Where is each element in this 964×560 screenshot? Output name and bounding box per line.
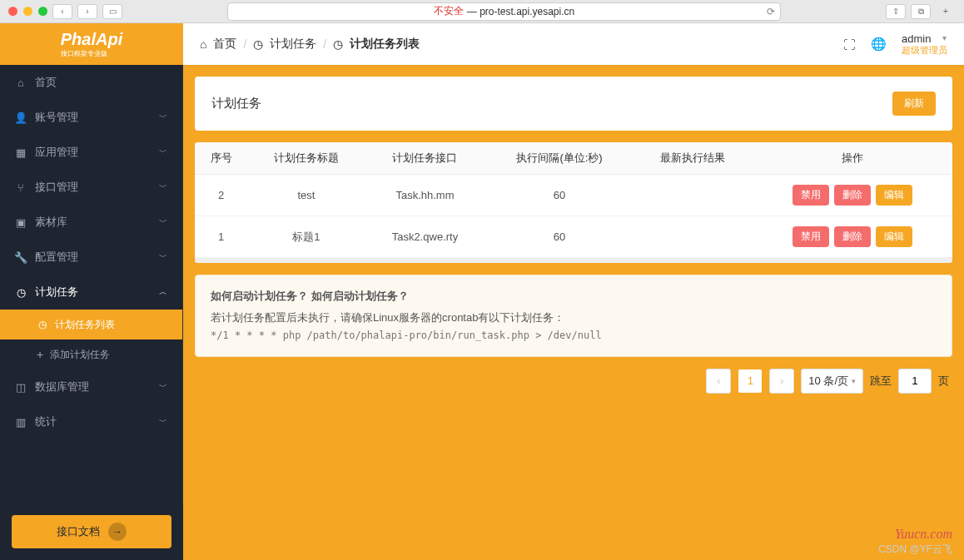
grid-icon: ▦ (15, 146, 27, 158)
user-name-text: admin (902, 32, 931, 46)
chevron-down-icon: ▾ (942, 33, 947, 43)
share-button[interactable]: ⇪ (886, 4, 906, 19)
delete-button[interactable]: 删除 (834, 226, 871, 247)
cell-result (634, 175, 752, 216)
sidebar-subitem-label: 计划任务列表 (55, 318, 115, 332)
refresh-button[interactable]: 刷新 (892, 92, 936, 116)
next-page-button[interactable]: › (769, 369, 794, 394)
person-icon: 👤 (15, 112, 27, 123)
forward-button[interactable]: › (77, 4, 97, 19)
cell-api: Task2.qwe.rty (365, 216, 485, 258)
sidebar-subitem-task-list[interactable]: ◷ 计划任务列表 (0, 310, 182, 339)
chevron-down-icon: ﹀ (159, 416, 167, 428)
table-row: 2 test Task.hh.mm 60 禁用 删除 编辑 (195, 175, 952, 216)
sidebar-subitem-add-task[interactable]: + 添加计划任务 (0, 339, 182, 369)
back-button[interactable]: ‹ (52, 4, 72, 19)
api-docs-button[interactable]: 接口文档 → (12, 515, 171, 548)
cell-interval: 60 (484, 216, 634, 258)
topbar: ⌂ 首页 / ◷ 计划任务 / ◷ 计划任务列表 ⛶ 🌐 admin ▾ 超级管… (183, 23, 964, 65)
arrow-right-icon: → (108, 523, 127, 541)
horizontal-scrollbar[interactable] (195, 258, 952, 263)
main-area: ⌂ 首页 / ◷ 计划任务 / ◷ 计划任务列表 ⛶ 🌐 admin ▾ 超级管… (183, 23, 964, 560)
sidebar-item-material[interactable]: ▣ 素材库 ﹀ (0, 205, 182, 240)
browser-chrome: ‹ › ▭ 不安全 — pro-test.api.yesapi.cn ⟳ ⇪ ⧉… (0, 0, 964, 23)
disable-button[interactable]: 禁用 (793, 185, 829, 206)
chevron-down-icon: ﹀ (159, 381, 167, 393)
info-title: 如何启动计划任务？ 如何启动计划任务？ (211, 287, 937, 305)
sidebar-item-label: 配置管理 (35, 250, 78, 265)
cell-action: 禁用 删除 编辑 (752, 175, 952, 216)
user-menu[interactable]: admin ▾ 超级管理员 (902, 32, 947, 57)
maximize-window-icon[interactable] (38, 7, 47, 16)
globe-icon[interactable]: 🌐 (871, 37, 887, 52)
wrench-icon: 🔧 (15, 251, 27, 263)
sidebar-item-label: 账号管理 (35, 110, 78, 125)
sidebar-item-label: 计划任务 (35, 285, 78, 300)
cell-interval: 60 (484, 175, 634, 216)
breadcrumb-current: 计划任务列表 (350, 37, 420, 52)
sidebar-item-stats[interactable]: ▥ 统计 ﹀ (0, 404, 182, 439)
logo-subtitle: 接口框架专业版 (61, 49, 122, 58)
breadcrumb-parent[interactable]: 计划任务 (270, 37, 316, 52)
sidebar-item-task[interactable]: ◷ 计划任务 ︿ (0, 275, 182, 310)
delete-button[interactable]: 删除 (834, 185, 871, 206)
reload-icon[interactable]: ⟳ (767, 6, 775, 17)
sidebar-item-label: 应用管理 (35, 145, 78, 160)
new-tab-button[interactable]: + (936, 4, 956, 19)
logo[interactable]: PhalApi 接口框架专业版 (0, 23, 183, 65)
sidebar-item-database[interactable]: ◫ 数据库管理 ﹀ (0, 369, 182, 404)
sidebar-item-config[interactable]: 🔧 配置管理 ﹀ (0, 240, 182, 275)
chart-icon: ▥ (15, 416, 27, 428)
breadcrumb-home[interactable]: 首页 (213, 37, 236, 52)
clock-icon: ◷ (15, 286, 27, 298)
sidebar-item-label: 统计 (35, 414, 57, 429)
edit-button[interactable]: 编辑 (876, 185, 912, 206)
address-bar[interactable]: 不安全 — pro-test.api.yesapi.cn ⟳ (227, 2, 781, 21)
col-result: 最新执行结果 (634, 142, 752, 175)
doc-button-label: 接口文档 (57, 524, 100, 539)
sidebar-item-home[interactable]: ⌂ 首页 (0, 65, 182, 100)
tabs-button[interactable]: ⧉ (911, 4, 931, 19)
table-row: 1 标题1 Task2.qwe.rty 60 禁用 删除 编辑 (195, 216, 952, 258)
edit-button[interactable]: 编辑 (876, 226, 912, 247)
col-seq: 序号 (195, 142, 247, 175)
chevron-down-icon: ﹀ (159, 216, 167, 228)
page-number-button[interactable]: 1 (738, 369, 763, 394)
info-text-1: 若计划任务配置后未执行，请确保Linux服务器的crontab有以下计划任务： (211, 309, 937, 327)
info-code: */1 * * * * php /path/to/phalapi-pro/bin… (211, 327, 937, 344)
sidebar-toggle-button[interactable]: ▭ (102, 4, 122, 19)
header-card: 计划任务 刷新 (195, 77, 952, 131)
fullscreen-icon[interactable]: ⛶ (843, 37, 856, 52)
sidebar-item-label: 数据库管理 (35, 379, 89, 394)
plus-icon: + (37, 348, 43, 361)
col-title: 计划任务标题 (247, 142, 365, 175)
task-table: 序号 计划任务标题 计划任务接口 执行间隔(单位:秒) 最新执行结果 操作 2 … (195, 142, 952, 258)
breadcrumb-separator: / (323, 37, 326, 51)
jump-page-input[interactable] (898, 369, 932, 394)
page-title: 计划任务 (211, 96, 261, 112)
task-table-card: 序号 计划任务标题 计划任务接口 执行间隔(单位:秒) 最新执行结果 操作 2 … (195, 142, 952, 263)
branch-icon: ⑂ (15, 181, 27, 193)
content: 计划任务 刷新 序号 计划任务标题 计划任务接口 执行间隔(单位:秒) 最新执行… (183, 65, 964, 560)
prev-page-button[interactable]: ‹ (706, 369, 731, 394)
sidebar-item-api[interactable]: ⑂ 接口管理 ﹀ (0, 170, 182, 205)
csdn-watermark: CSDN @YF云飞 (878, 543, 952, 557)
clock-icon: ◷ (37, 319, 48, 330)
disable-button[interactable]: 禁用 (793, 226, 829, 247)
sidebar-menu: ⌂ 首页 👤 账号管理 ﹀ ▦ 应用管理 ﹀ ⑂ 接口管理 ﹀ ▣ 素材库 ﹀ (0, 65, 183, 503)
jump-label: 跳至 (870, 374, 892, 389)
minimize-window-icon[interactable] (23, 7, 32, 16)
chevron-down-icon: ﹀ (159, 181, 167, 193)
user-role-text: 超级管理员 (902, 45, 947, 56)
page-size-select[interactable]: 10 条/页 ▾ (801, 369, 863, 394)
sidebar-item-account[interactable]: 👤 账号管理 ﹀ (0, 100, 182, 135)
sidebar-item-app[interactable]: ▦ 应用管理 ﹀ (0, 135, 182, 170)
watermark: Yuucn.com (895, 527, 952, 542)
chevron-down-icon: ▾ (852, 377, 856, 385)
close-window-icon[interactable] (8, 7, 17, 16)
logo-text: PhalApi (61, 30, 122, 48)
insecure-label: 不安全 (434, 4, 464, 18)
cell-result (634, 216, 752, 258)
info-panel: 如何启动计划任务？ 如何启动计划任务？ 若计划任务配置后未执行，请确保Linux… (195, 275, 952, 357)
sidebar-item-label: 接口管理 (35, 180, 78, 195)
